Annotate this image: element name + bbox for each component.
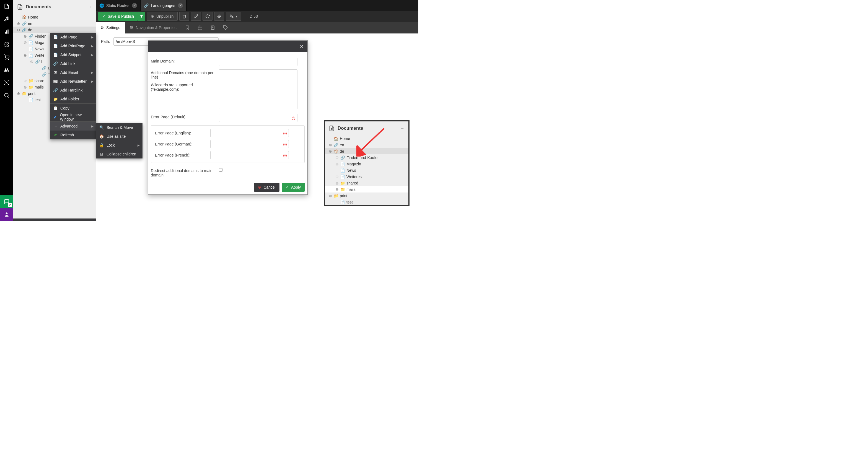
expand-icon[interactable]: ⊕ (17, 91, 21, 96)
translate-button[interactable]: ▼ (226, 12, 241, 21)
collapse-icon[interactable]: ⊖ (24, 53, 28, 58)
menu-add-email[interactable]: ✉Add Email▶ (50, 68, 96, 77)
menu-refresh[interactable]: ⟳Refresh (50, 131, 96, 139)
error-fr-input[interactable]: ◎ (210, 151, 289, 159)
nav-user-icon[interactable] (0, 208, 13, 221)
close-icon[interactable]: ✕ (132, 3, 137, 8)
language-error-pages: Error Page (English): ◎ Error Page (Germ… (151, 125, 305, 163)
nav-cart-icon[interactable] (0, 51, 13, 64)
collapse-icon[interactable]: ⊖ (17, 28, 21, 32)
svg-rect-1 (6, 30, 7, 34)
nav-file-icon[interactable] (0, 0, 13, 13)
reload-button[interactable] (203, 12, 213, 21)
target-button[interactable] (214, 12, 224, 21)
panel-collapse-icon[interactable]: → (87, 4, 92, 10)
menu-add-snippet[interactable]: 📄Add Snippet▶ (50, 50, 96, 59)
block-icon: ⊘ (258, 185, 261, 190)
save-publish-button[interactable]: ✓ Save & Publish (98, 12, 138, 21)
expand-icon[interactable]: ⊕ (30, 60, 35, 64)
svg-line-12 (7, 81, 8, 83)
target-icon[interactable]: ◎ (283, 141, 287, 147)
menu-advanced[interactable]: ⋯Advanced▶ (50, 122, 96, 131)
menu-lock[interactable]: 🔒Lock▶ (96, 141, 143, 150)
error-default-input[interactable]: ◎ (219, 114, 298, 122)
chevron-right-icon: ▶ (91, 44, 94, 47)
unpublish-button[interactable]: ⊘ Unpublish (147, 12, 178, 21)
redirect-label: Redirect additional domains to main doma… (151, 167, 219, 177)
error-fr-label: Error Page (French): (155, 153, 210, 157)
tree-item-en[interactable]: ⊕🔗en (325, 141, 408, 148)
menu-use-as-site[interactable]: 🏠Use as site (96, 132, 143, 141)
redirect-checkbox[interactable] (219, 168, 222, 172)
nav-notifications-icon[interactable]: 2 (0, 195, 13, 208)
tree-item-mails[interactable]: ⊕📁mails (325, 186, 408, 193)
tab-settings[interactable]: ⚙ Settings (96, 22, 125, 33)
save-publish-dropdown[interactable]: ▼ (138, 12, 145, 21)
panel-collapse-icon[interactable]: → (400, 126, 405, 131)
tree-item-test[interactable]: 📄test (325, 199, 408, 205)
tune-icon (129, 26, 134, 30)
tree-item-weiteres[interactable]: ⊕📄Weiteres (325, 173, 408, 180)
subtab-bar: ⚙ Settings Navigation & Properties (96, 22, 418, 33)
add-snippet-icon: 📄 (53, 53, 58, 57)
tab-nav-props[interactable]: Navigation & Properties (125, 22, 181, 33)
tab-static-routes[interactable]: 🌐 Static Routes ✕ (96, 0, 141, 11)
error-de-input[interactable]: ◎ (210, 140, 289, 148)
target-icon[interactable]: ◎ (292, 115, 296, 121)
globe-icon: 🌐 (99, 3, 104, 8)
rename-button[interactable] (191, 12, 201, 21)
tree-item-de[interactable]: ⊖🏠de (325, 148, 408, 154)
menu-search-move[interactable]: 🔍Search & Move (96, 123, 143, 132)
menu-add-newsletter[interactable]: 📰Add Newsletter▶ (50, 77, 96, 86)
main-domain-input[interactable] (219, 58, 298, 66)
nav-settings-icon[interactable] (0, 38, 13, 51)
close-icon[interactable]: ✕ (178, 3, 183, 8)
collapse-icon: ⊟ (99, 152, 104, 156)
expand-icon[interactable]: ⊕ (24, 78, 28, 83)
panel-search-bar[interactable] (13, 219, 96, 221)
nav-tools-icon[interactable] (0, 13, 13, 26)
menu-add-printpage[interactable]: 📄Add PrintPage▶ (50, 41, 96, 50)
document-icon (329, 125, 335, 131)
tree-item-en[interactable]: ⊕🔗en (13, 20, 96, 27)
svg-rect-32 (198, 26, 202, 30)
menu-add-hardlink[interactable]: 🔗Add Hardlink (50, 86, 96, 95)
additional-domains-input[interactable] (219, 69, 298, 109)
menu-add-page[interactable]: 📄Add Page▶ (50, 33, 96, 41)
target-icon[interactable]: ◎ (283, 131, 287, 136)
tab-schedule[interactable] (194, 22, 207, 33)
tree-item-magazin[interactable]: ⊕📄Magazin (325, 161, 408, 167)
tree-item-home[interactable]: 🏠Home (13, 14, 96, 20)
menu-add-link[interactable]: 🔗Add Link (50, 59, 96, 68)
close-icon[interactable]: ✕ (300, 44, 304, 50)
nav-users-icon[interactable] (0, 64, 13, 76)
expand-icon[interactable]: ⊕ (24, 40, 28, 45)
apply-button[interactable]: ✓Apply (282, 183, 305, 192)
expand-icon[interactable]: ⊕ (24, 85, 28, 89)
error-en-input[interactable]: ◎ (210, 129, 289, 137)
tree-item-de[interactable]: ⊖🔗de (13, 27, 96, 33)
tab-bookmark[interactable] (181, 22, 194, 33)
delete-button[interactable] (179, 12, 189, 21)
tree-item-print[interactable]: ⊕📁print (325, 193, 408, 199)
expand-icon[interactable]: ⊕ (17, 21, 21, 26)
tree-item-home[interactable]: 🏠Home (325, 135, 408, 141)
cancel-button[interactable]: ⊘Cancel (254, 183, 279, 192)
nav-analytics-icon[interactable] (0, 26, 13, 38)
tab-landingpages[interactable]: 🔗 Landingpages ✕ (141, 0, 186, 11)
tab-notes[interactable] (207, 22, 219, 33)
menu-open-window[interactable]: ⬈Open in new Window (50, 112, 96, 122)
tab-tags[interactable] (219, 22, 232, 33)
menu-copy[interactable]: 📋Copy (50, 104, 96, 112)
check-icon: ✓ (285, 185, 289, 190)
tree-item-news[interactable]: 📄News (325, 167, 408, 173)
nav-search-icon[interactable] (0, 89, 13, 102)
expand-icon[interactable]: ⊕ (24, 34, 28, 38)
target-icon[interactable]: ◎ (283, 153, 287, 158)
search-move-icon: 🔍 (99, 125, 104, 130)
tree-item-shared[interactable]: ⊕📁shared (325, 180, 408, 186)
tree-item-finden[interactable]: ⊕🔗Finden-und-Kaufen (325, 154, 408, 161)
nav-hub-icon[interactable] (0, 76, 13, 89)
menu-add-folder[interactable]: 📁Add Folder (50, 95, 96, 103)
menu-collapse-children[interactable]: ⊟Collapse children (96, 150, 143, 159)
